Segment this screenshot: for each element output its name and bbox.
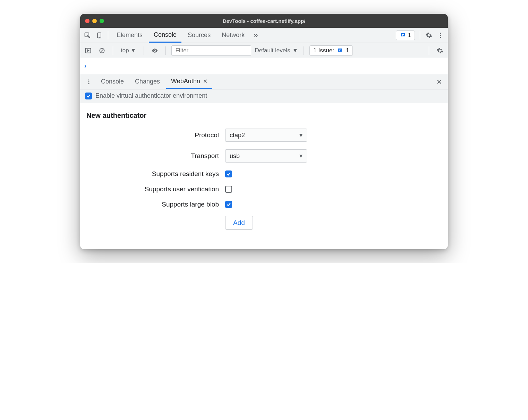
- issues-badge[interactable]: 1: [396, 30, 415, 40]
- titlebar: DevTools - coffee-cart.netlify.app/: [80, 14, 448, 28]
- chevron-down-icon: ▼: [130, 47, 136, 54]
- chevron-down-icon: ▾: [299, 152, 303, 160]
- console-settings-icon[interactable]: [435, 45, 445, 56]
- svg-point-7: [440, 37, 441, 38]
- drawer-more-icon[interactable]: [83, 79, 95, 85]
- protocol-label: Protocol: [86, 131, 225, 139]
- resident-keys-label: Supports resident keys: [86, 170, 225, 178]
- enable-checkbox[interactable]: [85, 93, 92, 99]
- drawer-tab-webauthn[interactable]: WebAuthn ✕: [166, 74, 212, 89]
- tab-console[interactable]: Console: [149, 28, 181, 43]
- transport-value: usb: [230, 152, 240, 160]
- issues-pill-label: 1 Issue:: [313, 47, 334, 54]
- svg-point-12: [154, 50, 155, 51]
- enable-virtual-authenticator-row: Enable virtual authenticator environment: [80, 89, 448, 103]
- add-button[interactable]: Add: [225, 216, 253, 230]
- prompt-caret-icon: ›: [84, 62, 86, 70]
- separator: [420, 31, 420, 40]
- execution-context-selector[interactable]: top ▼: [119, 47, 138, 54]
- device-toolbar-icon[interactable]: [94, 30, 104, 41]
- close-window-button[interactable]: [85, 19, 90, 23]
- tabs-overflow-button[interactable]: »: [251, 28, 261, 43]
- chevron-down-icon: ▼: [292, 47, 298, 54]
- separator: [429, 46, 429, 55]
- svg-rect-4: [402, 35, 403, 36]
- close-icon[interactable]: ✕: [203, 78, 207, 85]
- separator: [108, 31, 108, 40]
- window-controls: [85, 19, 104, 23]
- inspect-element-icon[interactable]: [82, 30, 93, 41]
- window-title: DevTools - coffee-cart.netlify.app/: [80, 18, 448, 24]
- console-toolbar: top ▼ Default levels ▼ 1 Issue: 1: [80, 43, 448, 58]
- drawer-tab-changes[interactable]: Changes: [130, 74, 165, 89]
- chevron-down-icon: ▾: [299, 131, 303, 139]
- issues-pill[interactable]: 1 Issue: 1: [309, 45, 353, 56]
- protocol-select[interactable]: ctap2 ▾: [225, 129, 307, 142]
- enable-label: Enable virtual authenticator environment: [95, 92, 207, 99]
- drawer-tab-webauthn-label: WebAuthn: [171, 78, 200, 85]
- log-levels-selector[interactable]: Default levels ▼: [255, 47, 298, 54]
- user-verification-label: Supports user verification: [86, 185, 225, 193]
- context-value: top: [121, 47, 129, 54]
- drawer-close-icon[interactable]: [433, 76, 445, 88]
- live-expression-icon[interactable]: [150, 45, 160, 56]
- main-tabstrip: Elements Console Sources Network » 1: [80, 28, 448, 43]
- separator: [144, 46, 144, 55]
- issues-pill-count: 1: [346, 47, 349, 54]
- tab-elements[interactable]: Elements: [112, 28, 147, 43]
- user-verification-checkbox[interactable]: [225, 186, 232, 193]
- separator: [304, 46, 304, 55]
- transport-row: Transport usb ▾: [86, 149, 442, 163]
- console-sidebar-toggle-icon[interactable]: [83, 45, 93, 56]
- console-body[interactable]: ›: [80, 58, 448, 74]
- zoom-window-button[interactable]: [100, 19, 104, 23]
- add-row: Add: [86, 216, 442, 230]
- levels-label: Default levels: [255, 47, 290, 54]
- svg-rect-3: [402, 34, 404, 35]
- resident-keys-row: Supports resident keys: [86, 170, 442, 178]
- form-title: New authenticator: [86, 112, 442, 120]
- clear-console-icon[interactable]: [97, 45, 107, 56]
- svg-rect-13: [339, 50, 341, 50]
- minimize-window-button[interactable]: [92, 19, 97, 23]
- protocol-value: ctap2: [230, 132, 245, 139]
- protocol-row: Protocol ctap2 ▾: [86, 129, 442, 142]
- svg-point-16: [88, 81, 90, 82]
- settings-icon[interactable]: [424, 30, 434, 41]
- issues-badge-count: 1: [408, 32, 411, 38]
- svg-point-6: [440, 35, 441, 36]
- svg-marker-9: [87, 50, 89, 51]
- svg-point-5: [440, 33, 441, 34]
- large-blob-checkbox[interactable]: [225, 201, 232, 208]
- filter-input[interactable]: [171, 45, 251, 56]
- svg-rect-14: [339, 50, 340, 51]
- svg-point-17: [88, 83, 90, 84]
- transport-select[interactable]: usb ▾: [225, 149, 307, 163]
- resident-keys-checkbox[interactable]: [225, 170, 232, 177]
- tab-network[interactable]: Network: [217, 28, 249, 43]
- large-blob-label: Supports large blob: [86, 201, 225, 208]
- more-menu-icon[interactable]: [435, 30, 446, 41]
- svg-line-11: [101, 49, 103, 52]
- separator: [165, 46, 166, 55]
- separator: [113, 46, 113, 55]
- drawer-tab-console[interactable]: Console: [96, 74, 129, 89]
- transport-label: Transport: [86, 152, 225, 160]
- drawer-tabstrip: Console Changes WebAuthn ✕: [80, 74, 448, 89]
- devtools-window: DevTools - coffee-cart.netlify.app/ Elem…: [80, 14, 448, 249]
- tab-sources[interactable]: Sources: [183, 28, 215, 43]
- large-blob-row: Supports large blob: [86, 201, 442, 208]
- svg-point-15: [88, 79, 90, 80]
- new-authenticator-form: New authenticator Protocol ctap2 ▾ Trans…: [80, 103, 448, 249]
- user-verification-row: Supports user verification: [86, 185, 442, 193]
